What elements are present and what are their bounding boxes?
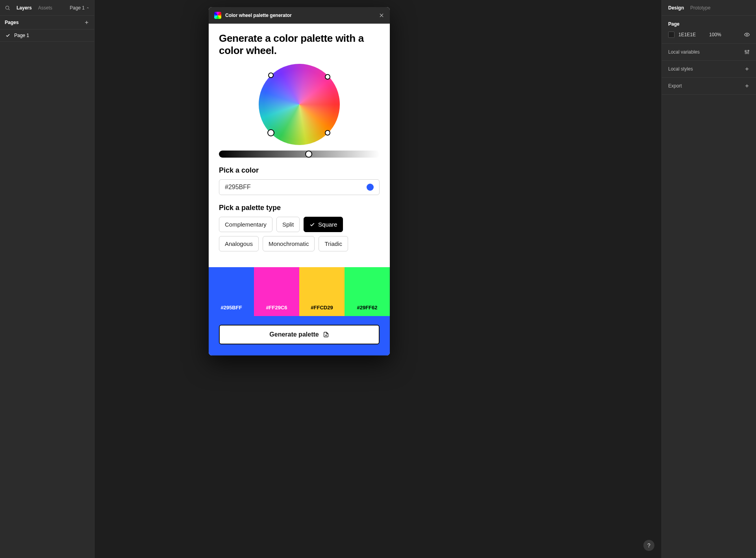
- visibility-icon[interactable]: [744, 32, 750, 37]
- check-icon: [309, 222, 315, 227]
- palette-swatches: #295BFF#FF29C6#FFCD29#29FF62: [209, 267, 390, 316]
- page-row-label: Page 1: [14, 33, 29, 38]
- palette-type-chip-label: Square: [318, 221, 337, 228]
- page-row[interactable]: Page 1: [0, 30, 94, 42]
- local-variables-section[interactable]: Local variables: [662, 44, 756, 61]
- page-bg-hex[interactable]: 1E1E1E: [678, 32, 696, 37]
- settings-sliders-icon[interactable]: [744, 49, 750, 55]
- search-icon[interactable]: [5, 5, 10, 11]
- generate-bar: Generate palette: [209, 316, 390, 355]
- palette-type-chip[interactable]: Monochromatic: [263, 236, 315, 251]
- palette-swatch[interactable]: #29FF62: [345, 267, 390, 316]
- right-panel: Design Prototype Page 1E1E1E 100% Local …: [662, 0, 756, 558]
- palette-type-chips: ComplementarySplitSquareAnalogousMonochr…: [219, 217, 380, 251]
- svg-point-10: [745, 51, 746, 52]
- palette-swatch[interactable]: #FFCD29: [299, 267, 345, 316]
- local-styles-section[interactable]: Local styles: [662, 61, 756, 78]
- palette-type-chip-label: Complementary: [225, 221, 267, 228]
- wheel-handle[interactable]: [325, 74, 330, 80]
- generate-palette-button[interactable]: Generate palette: [219, 325, 380, 344]
- page-selector-label: Page 1: [70, 5, 85, 11]
- local-styles-label: Local styles: [668, 66, 693, 72]
- lightness-handle[interactable]: [305, 151, 312, 158]
- page-selector[interactable]: Page 1: [70, 5, 89, 11]
- color-preview-dot: [367, 184, 374, 191]
- generate-button-label: Generate palette: [269, 331, 319, 338]
- plugin-body: Generate a color palette with a color wh…: [209, 24, 390, 267]
- palette-type-chip-label: Monochromatic: [269, 240, 309, 247]
- plugin-title: Color wheel palette generator: [225, 13, 375, 18]
- svg-point-12: [747, 52, 747, 53]
- canvas[interactable]: Color wheel palette generator Generate a…: [94, 0, 662, 558]
- pick-palette-label: Pick a palette type: [219, 204, 380, 212]
- palette-type-chip-label: Split: [282, 221, 294, 228]
- color-hex-input[interactable]: [225, 184, 367, 191]
- palette-swatch[interactable]: #295BFF: [209, 267, 254, 316]
- color-input-wrap: [219, 179, 380, 195]
- wheel-handle[interactable]: [268, 73, 274, 78]
- palette-type-chip[interactable]: Split: [276, 217, 300, 232]
- wheel-handle[interactable]: [325, 130, 330, 136]
- palette-swatch[interactable]: #FF29C6: [254, 267, 299, 316]
- color-wheel[interactable]: [259, 64, 340, 145]
- local-variables-label: Local variables: [668, 49, 700, 55]
- right-panel-tabs: Design Prototype: [662, 0, 756, 16]
- tab-layers[interactable]: Layers: [17, 5, 32, 11]
- plugin-logo-icon: [214, 12, 221, 19]
- palette-type-chip-label: Analogous: [225, 240, 253, 247]
- palette-type-chip[interactable]: Analogous: [219, 236, 259, 251]
- svg-line-1: [9, 9, 10, 10]
- check-icon: [6, 33, 10, 38]
- svg-point-0: [6, 6, 9, 9]
- lightness-slider[interactable]: [219, 151, 380, 158]
- help-button[interactable]: ?: [643, 540, 654, 551]
- pick-color-label: Pick a color: [219, 166, 380, 175]
- plugin-window: Color wheel palette generator Generate a…: [209, 7, 390, 355]
- export-label: Export: [668, 83, 682, 89]
- close-icon[interactable]: [379, 13, 384, 18]
- add-to-file-icon: [323, 331, 329, 338]
- plus-icon[interactable]: [744, 83, 750, 89]
- svg-point-14: [748, 50, 749, 51]
- add-page-icon[interactable]: [84, 20, 89, 25]
- export-section[interactable]: Export: [662, 78, 756, 95]
- left-panel: Layers Assets Page 1 Pages Page 1: [0, 0, 94, 558]
- pages-title: Pages: [5, 20, 19, 25]
- wheel-handle[interactable]: [267, 129, 274, 136]
- chevron-up-icon: [86, 6, 89, 9]
- plugin-heading: Generate a color palette with a color wh…: [219, 32, 380, 57]
- plus-icon[interactable]: [744, 66, 750, 72]
- palette-type-chip[interactable]: Complementary: [219, 217, 272, 232]
- pages-section-header: Pages: [0, 16, 94, 30]
- plugin-header[interactable]: Color wheel palette generator: [209, 7, 390, 24]
- palette-type-chip-label: Triadic: [324, 240, 342, 247]
- palette-type-chip[interactable]: Triadic: [319, 236, 348, 251]
- svg-point-8: [746, 34, 748, 35]
- tab-prototype[interactable]: Prototype: [690, 5, 710, 11]
- page-bg-opacity[interactable]: 100%: [709, 32, 721, 37]
- page-section-label: Page: [668, 21, 750, 27]
- tab-design[interactable]: Design: [668, 5, 684, 11]
- tab-assets[interactable]: Assets: [38, 5, 52, 11]
- page-bg-row[interactable]: 1E1E1E 100%: [668, 32, 750, 38]
- page-section: Page 1E1E1E 100%: [662, 16, 756, 44]
- color-wheel-wrap: [219, 64, 380, 145]
- palette-type-chip[interactable]: Square: [304, 217, 343, 232]
- page-bg-swatch[interactable]: [668, 32, 674, 38]
- left-panel-tabs: Layers Assets Page 1: [0, 0, 94, 16]
